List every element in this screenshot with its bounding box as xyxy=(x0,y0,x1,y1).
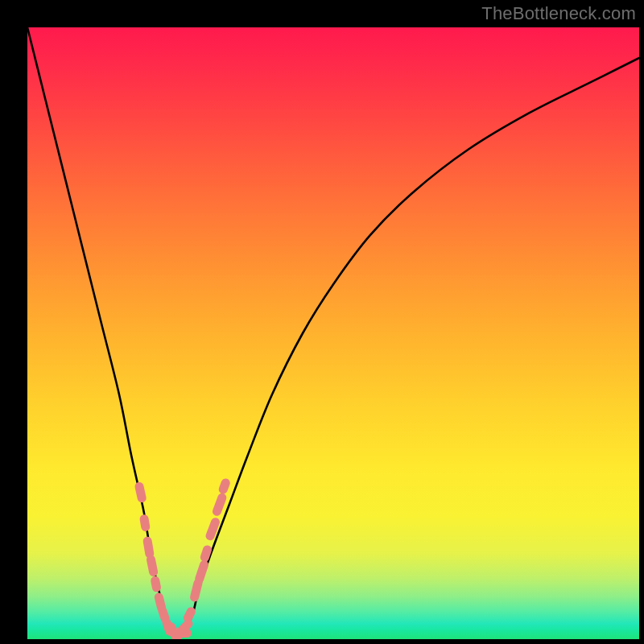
curve-marker xyxy=(142,536,155,559)
curve-marker xyxy=(194,559,210,584)
curve-marker xyxy=(217,477,231,495)
bottleneck-curve xyxy=(27,27,639,634)
curve-marker xyxy=(146,555,159,577)
attribution-label: TheBottleneck.com xyxy=(481,3,636,24)
curve-layer xyxy=(27,27,639,639)
curve-marker xyxy=(204,517,221,542)
marker-group xyxy=(134,477,231,639)
plot-area xyxy=(27,27,639,639)
curve-marker xyxy=(139,514,151,531)
chart-frame: TheBottleneck.com xyxy=(0,0,644,644)
curve-marker xyxy=(150,576,162,592)
curve-marker xyxy=(134,481,147,503)
bottleneck-curve-path xyxy=(27,27,639,634)
